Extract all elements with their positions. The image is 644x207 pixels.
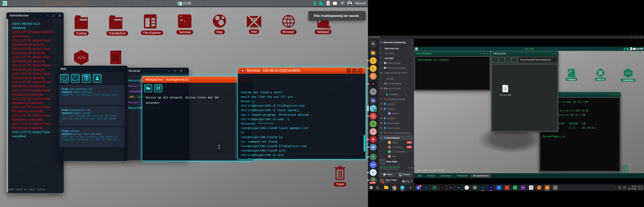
channel-item[interactable]: Lounge 1 — [380, 101, 413, 106]
terminal-titlebar[interactable]: Terminal – □ X — [125, 68, 189, 74]
taskbar-app-icon[interactable]: e — [400, 186, 404, 190]
server-icon[interactable]: C — [370, 113, 376, 120]
user-avatar-icon[interactable] — [348, 1, 352, 6]
taskbar-app-icon[interactable]: D 2 — [416, 186, 420, 190]
search-button[interactable] — [374, 184, 381, 191]
mail-titlebar[interactable]: Mail — [58, 66, 128, 72]
notepad-titlebar[interactable]: Notepad.exe - /root/openmij.txt — [142, 76, 254, 83]
server-icon[interactable]: RPU// — [370, 161, 376, 168]
channel-item[interactable]: zira-config — [380, 51, 413, 56]
headphones-icon[interactable] — [406, 180, 409, 182]
channel-item[interactable]: FiveM Lounge — [380, 126, 413, 130]
channel-item[interactable]: channel-commands — [380, 66, 413, 70]
screenshare-button[interactable]: Scherm — [397, 172, 412, 177]
close-button[interactable]: X — [180, 69, 182, 72]
mail-send-button[interactable] — [71, 74, 80, 83]
desktop-icon[interactable]: File Explorer — [141, 14, 160, 35]
server-icon[interactable]: M — [370, 120, 376, 127]
taskbar-app-icon[interactable]: Ps — [424, 186, 429, 190]
tray-icon[interactable] — [623, 186, 626, 189]
desktop-icon[interactable]: Browser — [279, 15, 298, 34]
close-button[interactable]: X — [59, 14, 61, 17]
minimize-button[interactable]: – — [168, 69, 170, 72]
mic-icon[interactable] — [403, 180, 404, 182]
notepad-save-button[interactable] — [154, 84, 162, 92]
taskbar-app-icon[interactable]: Ae — [489, 186, 493, 190]
mail-delete-button[interactable] — [82, 74, 90, 83]
server-icon[interactable] — [370, 97, 376, 104]
server-icon[interactable]: T — [370, 154, 376, 160]
server-icon[interactable]: C — [370, 65, 376, 72]
server-icon[interactable]: R — [370, 136, 376, 143]
start-button[interactable] — [368, 184, 374, 191]
mail-message[interactable]: From:unknown Subject:Server Rent Details… — [59, 127, 126, 147]
server-icon[interactable]: I — [370, 105, 376, 112]
minimize-button[interactable]: – — [346, 68, 351, 73]
system-clock[interactable]: 02:13 21-2-2021 — [628, 185, 636, 190]
disconnect-icon[interactable]: ✆ — [411, 166, 412, 169]
maximize-button[interactable]: □ — [636, 36, 637, 38]
taskbar-app-icon[interactable]: NZXT — [521, 186, 525, 190]
taskbar-app-icon[interactable]: S — [408, 186, 412, 190]
taskbar-app-icon[interactable]: Ps — [481, 186, 485, 190]
channel-item[interactable]: M [- | ✛] Maarten V. — [380, 149, 413, 154]
maximize-button[interactable]: □ — [352, 68, 357, 73]
widget-icon[interactable] — [314, 2, 316, 5]
minimize-button[interactable]: – — [47, 14, 48, 17]
notepad-content[interactable]: Succes op dit netwerk. Active trace met … — [146, 95, 249, 106]
taskbar-app-icon[interactable]: V — [497, 186, 501, 190]
channel-item[interactable]: Privé Kanaal Aanmaken — [380, 130, 413, 135]
desktop-icon[interactable]: Terminal — [176, 14, 194, 34]
taskbar-app-icon[interactable]: WS — [456, 186, 461, 190]
channel-item[interactable]: zira-logs — [380, 56, 413, 60]
taskbar-app-icon[interactable]: IJ — [440, 186, 445, 190]
discord-titlebar[interactable]: DISCORD — □ ✕ — [368, 36, 644, 39]
server-icon[interactable]: F — [370, 73, 376, 80]
taskbar-app-icon[interactable]: VM — [545, 186, 550, 190]
channel-item[interactable]: dyno-log-user — [380, 46, 413, 51]
maximize-button[interactable]: □ — [174, 69, 176, 72]
close-button[interactable]: X — [358, 68, 362, 73]
chevron-down-icon[interactable]: ⌄ — [411, 41, 412, 44]
tray-icon[interactable] — [618, 186, 621, 189]
taskbar-app-icon[interactable]: HS — [473, 186, 477, 190]
noise-suppression-icon[interactable]: ⫻ — [408, 166, 409, 169]
taskbar-app-icon[interactable]: S — [505, 186, 509, 190]
taskbar-app-icon[interactable] — [392, 186, 396, 190]
channel-item[interactable]: Arma Lounge — [380, 120, 413, 126]
action-center-icon[interactable] — [638, 186, 642, 189]
chat-icon[interactable] — [333, 2, 337, 5]
remote-terminal-titlebar[interactable]: Terminal - 154.98.44.22@Tion9931 – □ X — [238, 68, 366, 74]
channel-item[interactable]: muziek-kanaal — [380, 81, 413, 86]
resource-pie-icon[interactable] — [319, 1, 324, 6]
channel-item[interactable]: J Jan Klomp LIVE — [380, 145, 413, 149]
server-icon[interactable]: M — [370, 144, 376, 151]
desktop-icon[interactable]: TransferExe — [106, 15, 125, 36]
screenshare-view[interactable]: Notepad Manual CodeEditor Sat 23:36 — [414, 39, 644, 184]
close-button[interactable]: ✕ — [640, 36, 642, 38]
mail-inbox-button[interactable] — [60, 74, 69, 83]
channel-item[interactable]: ALGEMEEN — [380, 92, 413, 96]
taskbar-app-icon[interactable]: ♪ — [513, 186, 517, 190]
mail-message[interactable]: From:Almit@eodusa.net Subject:Admin onli… — [59, 85, 126, 105]
tray-expand-icon[interactable]: ⌃ — [615, 186, 616, 189]
mail-contacts-button[interactable] — [93, 74, 102, 83]
settings-gear-icon[interactable]: ⚙ — [411, 180, 412, 182]
voice-channel-path[interactable]: Privé Kanaal / Roerveen ... — [380, 168, 412, 170]
channel-item[interactable]: bot-testkanaal — [380, 60, 413, 66]
channel-item[interactable]: Maak kanaal aan (WIP) — [380, 70, 413, 75]
taskbar-app-icon[interactable]: DG — [448, 186, 453, 190]
server-icon[interactable]: P — [370, 128, 376, 135]
mail-message[interactable]: From:Jaege@wente.net Subject:Login issue… — [59, 106, 126, 126]
taskbar-app-icon[interactable] — [464, 186, 469, 190]
wifi-icon[interactable] — [340, 2, 344, 5]
channel-item[interactable]: Privé Kanaal — [380, 135, 413, 140]
taskbar-app-icon[interactable] — [384, 186, 388, 190]
channel-item[interactable]: Lounge 3 — [380, 116, 413, 120]
user-avatar[interactable] — [380, 179, 384, 183]
notepad-open-button[interactable] — [144, 84, 152, 92]
maximize-button[interactable]: □ — [52, 14, 54, 17]
minimize-button[interactable]: — — [630, 36, 632, 38]
server-icon[interactable]: D — [370, 40, 376, 47]
channel-item[interactable]: Lounge 2 — [380, 106, 413, 111]
